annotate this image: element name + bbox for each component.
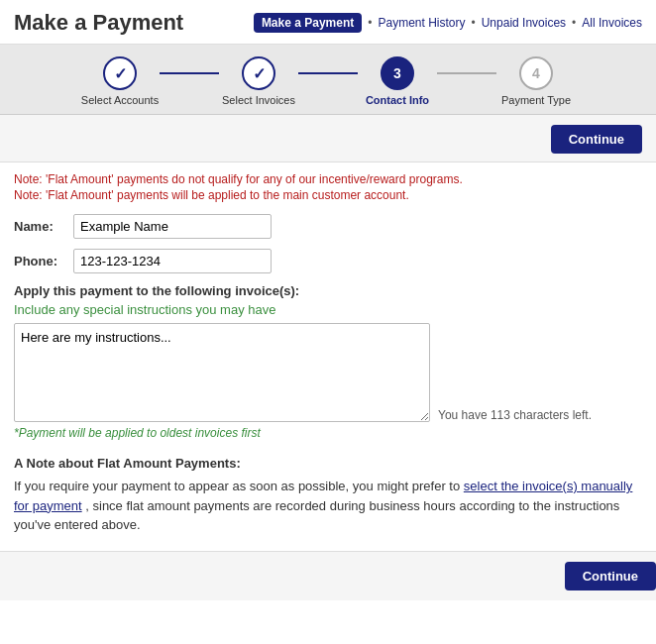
flat-note-text: If you require your payment to appear as… <box>14 477 642 535</box>
nav-all-invoices[interactable]: All Invoices <box>582 16 642 30</box>
step-3-number: 3 <box>393 65 401 81</box>
phone-field-row: Phone: <box>14 249 642 273</box>
name-input[interactable] <box>73 214 272 239</box>
char-count: You have 113 characters left. <box>438 408 592 422</box>
phone-input[interactable] <box>73 249 272 273</box>
nav-current-link[interactable]: Make a Payment <box>254 13 362 33</box>
bottom-continue-bar: Continue <box>0 551 656 600</box>
continue-top-button[interactable]: Continue <box>551 125 642 154</box>
note-2: Note: 'Flat Amount' payments will be app… <box>14 188 642 202</box>
step-1: ✓ Select Accounts <box>80 56 160 106</box>
notes-section: Note: 'Flat Amount' payments do not qual… <box>14 172 642 202</box>
page-header: Make a Payment Make a Payment • Payment … <box>0 0 656 45</box>
name-field-row: Name: <box>14 214 642 239</box>
step-3: 3 Contact Info <box>358 56 437 106</box>
note-1: Note: 'Flat Amount' payments do not qual… <box>14 172 642 186</box>
connector-1-2 <box>160 72 219 74</box>
flat-note-section: A Note about Flat Amount Payments: If yo… <box>14 456 642 535</box>
step-2-label: Select Invoices <box>219 94 298 106</box>
nav-unpaid-invoices[interactable]: Unpaid Invoices <box>482 16 566 30</box>
oldest-note: *Payment will be applied to oldest invoi… <box>14 426 642 440</box>
invoice-title: Apply this payment to the following invo… <box>14 283 642 298</box>
step-4: 4 Payment Type <box>496 56 576 106</box>
flat-note-after: , since flat amount payments are recorde… <box>14 498 619 533</box>
flat-note-title: A Note about Flat Amount Payments: <box>14 456 642 471</box>
step-3-label: Contact Info <box>358 94 437 106</box>
step-3-circle: 3 <box>381 56 414 90</box>
flat-note-before: If you require your payment to appear as… <box>14 479 460 493</box>
page-title: Make a Payment <box>14 10 183 36</box>
step-2: ✓ Select Invoices <box>219 56 298 106</box>
stepper: ✓ Select Accounts ✓ Select Invoices 3 Co… <box>0 45 656 115</box>
step-1-circle: ✓ <box>103 56 137 90</box>
step-2-checkmark: ✓ <box>253 64 266 83</box>
step-4-label: Payment Type <box>496 94 576 106</box>
invoice-section: Apply this payment to the following invo… <box>14 283 642 440</box>
step-4-number: 4 <box>532 65 540 81</box>
main-content: Continue Note: 'Flat Amount' payments do… <box>0 115 656 535</box>
top-nav: Make a Payment • Payment History • Unpai… <box>254 13 642 33</box>
phone-label: Phone: <box>14 254 73 268</box>
top-continue-bar: Continue <box>0 115 656 162</box>
connector-3-4 <box>437 72 496 74</box>
step-1-checkmark: ✓ <box>114 64 127 83</box>
nav-payment-history[interactable]: Payment History <box>378 16 465 30</box>
step-4-circle: 4 <box>519 56 553 90</box>
name-label: Name: <box>14 219 73 234</box>
instructions-textarea[interactable]: Here are my instructions... <box>14 323 430 422</box>
connector-2-3 <box>298 72 358 74</box>
continue-bottom-button[interactable]: Continue <box>565 562 656 590</box>
step-1-label: Select Accounts <box>80 94 160 106</box>
textarea-row: Here are my instructions... You have 113… <box>14 323 642 422</box>
step-2-circle: ✓ <box>242 56 275 90</box>
instructions-label: Include any special instructions you may… <box>14 302 642 317</box>
